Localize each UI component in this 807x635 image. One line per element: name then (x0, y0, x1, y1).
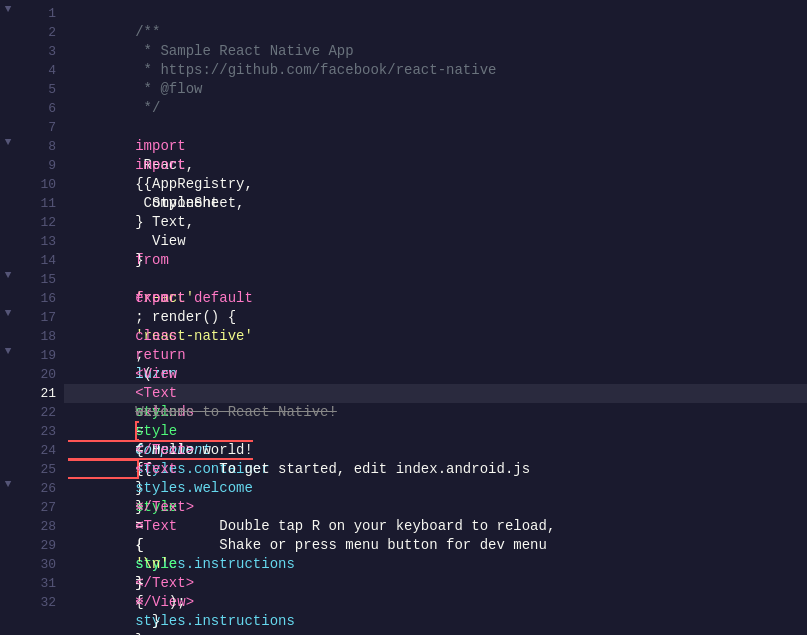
fold-22 (0, 399, 16, 418)
fold-25 (0, 456, 16, 475)
ln-26: 26 (32, 479, 56, 498)
ln-16: 16 (32, 289, 56, 308)
ln-17: 17 (32, 308, 56, 327)
view-item: View (135, 233, 185, 249)
ln-8: 8 (32, 137, 56, 156)
fold-17[interactable]: ▼ (0, 304, 16, 323)
space4 (135, 271, 143, 287)
import-keyword: import (135, 138, 185, 154)
comment-close: */ (135, 100, 160, 116)
fold-19[interactable]: ▼ (0, 342, 16, 361)
code-line-2: * Sample React Native App (64, 23, 807, 42)
indent-19 (135, 366, 202, 382)
ln-13: 13 (32, 232, 56, 251)
return-keyword (135, 328, 169, 344)
fold-12 (0, 209, 16, 228)
fold-27 (0, 494, 16, 513)
ln-28: 28 (32, 517, 56, 536)
indent-20 (135, 385, 219, 401)
fold-32 (0, 589, 16, 608)
indent-28: Shake or press menu button for dev menu (135, 537, 547, 553)
fold-6 (0, 95, 16, 114)
code-editor: ▼ ▼ ▼ ▼ ▼ (0, 0, 807, 635)
indent-18 (135, 347, 185, 363)
ln-19: 19 (32, 346, 56, 365)
fold-gutter: ▼ ▼ ▼ ▼ ▼ (0, 0, 16, 635)
ln-27: 27 (32, 498, 56, 517)
fold-21 (0, 380, 16, 399)
fold-9 (0, 152, 16, 171)
ln-7: 7 (32, 118, 56, 137)
fold-4 (0, 57, 16, 76)
ln-4: 4 (32, 61, 56, 80)
line-numbers: 1 2 3 4 5 6 7 8 9 10 11 12 13 14 15 16 1… (16, 0, 64, 635)
code-line-7: import React, { Component } from 'react'… (64, 118, 807, 137)
ln-22: 22 (32, 403, 56, 422)
indent-21 (135, 404, 219, 420)
fold-26[interactable]: ▼ (0, 475, 16, 494)
ln-10: 10 (32, 175, 56, 194)
fold-28 (0, 513, 16, 532)
ln-12: 12 (32, 213, 56, 232)
ln-2: 2 (32, 23, 56, 42)
fold-31 (0, 570, 16, 589)
fold-20 (0, 361, 16, 380)
indent-30 (135, 575, 185, 591)
ln-3: 3 (32, 42, 56, 61)
export-keyword: export default (135, 290, 253, 306)
ln-11: 11 (32, 194, 56, 213)
text-item: Text, (135, 214, 194, 230)
fold-7 (0, 114, 16, 133)
indent-22 (135, 423, 202, 439)
ln-24: 24 (32, 441, 56, 460)
fold-23 (0, 418, 16, 437)
comment-url: * https://github.com/facebook/react-nati… (135, 62, 496, 78)
fold-29 (0, 532, 16, 551)
ln-5: 5 (32, 80, 56, 99)
fold-18 (0, 323, 16, 342)
fold-13 (0, 228, 16, 247)
ln-14: 14 (32, 251, 56, 270)
ln-30: 30 (32, 555, 56, 574)
ln-29: 29 (32, 536, 56, 555)
code-line-1: /** (64, 4, 807, 23)
indent-26 (135, 499, 202, 515)
fold-3 (0, 38, 16, 57)
ln-25: 25 (32, 460, 56, 479)
fold-1[interactable]: ▼ (0, 0, 16, 19)
comment-open: /** (135, 24, 160, 40)
fold-15[interactable]: ▼ (0, 266, 16, 285)
fold-11 (0, 190, 16, 209)
code-line-6 (64, 99, 807, 118)
indent-31: ); (135, 594, 185, 610)
ln-9: 9 (32, 156, 56, 175)
fold-5 (0, 76, 16, 95)
indent-23 (135, 442, 202, 458)
ln-20: 20 (32, 365, 56, 384)
ln-1: 1 (32, 4, 56, 23)
close-brace: } (135, 252, 143, 268)
indent-29 (135, 556, 202, 572)
fold-14 (0, 247, 16, 266)
indent-32: } (135, 613, 160, 629)
ln-21: 21 (32, 384, 56, 403)
ln-6: 6 (32, 99, 56, 118)
fold-2 (0, 19, 16, 38)
app-registry: AppRegistry, (135, 176, 253, 192)
comment-flow: * @flow (135, 81, 202, 97)
ln-31: 31 (32, 574, 56, 593)
ln-32: 32 (32, 593, 56, 612)
fold-10 (0, 171, 16, 190)
fold-8[interactable]: ▼ (0, 133, 16, 152)
indent-24: To get started, edit index.android.js (135, 461, 530, 477)
indent-27: Double tap R on your keyboard to reload, (135, 518, 555, 534)
fold-16 (0, 285, 16, 304)
ln-23: 23 (32, 422, 56, 441)
comment-sample: * Sample React Native App (135, 43, 353, 59)
code-content: /** * Sample React Native App * https://… (64, 0, 807, 635)
ln-15: 15 (32, 270, 56, 289)
code-area: ▼ ▼ ▼ ▼ ▼ (0, 0, 807, 635)
indent-25 (135, 480, 202, 496)
render-method: render() { (135, 309, 236, 325)
code-line-14 (64, 251, 807, 270)
